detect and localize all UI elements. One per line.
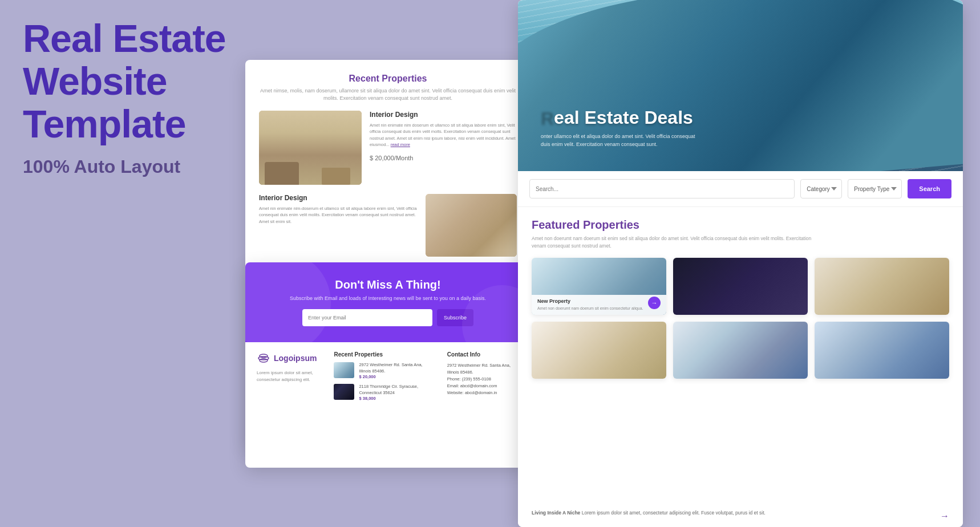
arrow-right-icon[interactable]: →: [940, 510, 949, 522]
contact-phone: Phone: (239) 555-0108: [447, 376, 519, 383]
prop-card-img-6: [815, 322, 949, 379]
property-row-2: Interior Design Amet nin enimate nim-dos…: [259, 194, 517, 257]
new-prop-title: New Property: [537, 298, 661, 304]
property-row-1: Interior Design Amet nin enimate nim dos…: [259, 111, 517, 185]
footer-logo-desc: Lorem ipsum dolor sit amet, consectetur …: [257, 370, 317, 383]
newsletter-form: Subscribe: [302, 309, 473, 326]
read-more-link[interactable]: read more: [391, 142, 410, 147]
footer-recent-props: Recent Properties 2972 Westheimer Rd. Sa…: [334, 351, 430, 406]
property-desc-2: Amet nin enimate nim-doserum et ullamco …: [259, 205, 418, 225]
search-input-wrap[interactable]: [529, 179, 795, 198]
category-select[interactable]: Category: [800, 179, 842, 198]
footer-prop-details-2: 2118 Thornridge Cir. Syracuse, Connectic…: [359, 384, 430, 401]
main-title: Real Estate Website: [23, 17, 251, 103]
property-title-1: Interior Design: [370, 111, 517, 119]
property-price-1: $ 20,000/Month: [370, 152, 517, 163]
prop-card-img-4: [532, 322, 666, 379]
real-estate-deals-card: Real Estate Deals onter ullamco elit et …: [518, 0, 963, 527]
property-title-2: Interior Design: [259, 194, 418, 202]
bottom-desc: Lorem ipsum dolor sit amet, consectetur …: [582, 510, 766, 516]
newsletter-desc: Subscribe with Email and loads of Intere…: [290, 295, 486, 303]
recent-properties-title: Recent Properties: [259, 74, 517, 84]
hero-overlay: Real Estate Deals onter ullamco elit et …: [541, 107, 700, 148]
footer-recent-title: Recent Properties: [334, 351, 430, 358]
property-image-2: [426, 194, 517, 257]
logo-text: Logoipsum: [274, 354, 317, 363]
newsletter-card: Don't Miss A Thing! Subscribe with Email…: [245, 262, 531, 468]
property-desc-1: Amet nin enimate nim doserum et ullamco …: [370, 122, 517, 148]
property-card-4[interactable]: [532, 322, 666, 379]
property-card-6[interactable]: [815, 322, 949, 379]
featured-section: Featured Properties Amet non doerumt nam…: [518, 207, 963, 390]
bottom-title: Living Inside A Niche: [532, 510, 580, 516]
bottom-overlay: Living Inside A Niche Lorem ipsum dolor …: [518, 505, 963, 527]
prop-card-img-1: New Property Amet non doerumt nam doerum…: [532, 258, 666, 315]
footer-prop-image-2: [334, 384, 354, 400]
newsletter-email-input[interactable]: [302, 309, 432, 326]
property-image-1: [259, 111, 362, 185]
footer-prop-item-2: 2118 Thornridge Cir. Syracuse, Connectic…: [334, 384, 430, 401]
logoipsum-icon: [257, 351, 270, 365]
template-title: Template: [23, 103, 251, 145]
property-info-2: Interior Design Amet nin enimate nim-dos…: [259, 194, 418, 257]
prop-card-img-2: [673, 258, 808, 315]
property-card-3[interactable]: [815, 258, 949, 315]
svg-point-2: [260, 359, 268, 362]
prop-card-img-3: [815, 258, 949, 315]
auto-layout-label: 100% Auto Layout: [23, 156, 251, 177]
property-info-1: Interior Design Amet nin enimate nim dos…: [370, 111, 517, 185]
hero-section: Real Estate Deals onter ullamco elit et …: [518, 0, 963, 171]
prop-card-img-5: [673, 322, 808, 379]
footer-prop-details-1: 2972 Westheimer Rd. Santa Ana, Illinois …: [359, 362, 430, 379]
property-type-select[interactable]: Property Type: [848, 179, 902, 198]
property-card-1[interactable]: New Property Amet non doerumt nam doerum…: [532, 258, 666, 315]
footer-prop-item-1: 2972 Westheimer Rd. Santa Ana, Illinois …: [334, 362, 430, 379]
property-card-5[interactable]: [673, 322, 808, 379]
recent-properties-desc: Amet nimse, molis, nam doserum, ullamore…: [259, 87, 517, 102]
logo-mark: Logoipsum: [257, 351, 317, 365]
search-bar: Category Property Type Search: [518, 171, 963, 207]
featured-desc: Amet non doerumt nam doerum sit enim sed…: [532, 235, 817, 250]
newsletter-section: Don't Miss A Thing! Subscribe with Email…: [245, 262, 531, 342]
hero-text-block: Real Estate Website Template 100% Auto L…: [23, 17, 251, 177]
search-button[interactable]: Search: [908, 179, 951, 198]
hero-desc: onter ullamco elit et aliqua dolor do am…: [541, 133, 700, 148]
contact-email: Email: abcd@domain.com: [447, 383, 519, 390]
subscribe-button[interactable]: Subscribe: [437, 309, 473, 326]
new-property-badge: New Property Amet non doerumt nam doerum…: [532, 295, 666, 315]
featured-title: Featured Properties: [532, 218, 949, 232]
search-input[interactable]: [536, 186, 788, 192]
new-prop-desc: Amet non doerumt nam doerum sit enim con…: [537, 306, 661, 311]
footer-prop-image-1: [334, 362, 354, 378]
new-prop-arrow[interactable]: →: [648, 297, 661, 309]
property-card-2[interactable]: [673, 258, 808, 315]
contact-website: Website: abcd@domain.in: [447, 390, 519, 396]
hero-title: Real Estate Deals: [541, 107, 700, 128]
footer-logo-section: Logoipsum Lorem ipsum dolor sit amet, co…: [257, 351, 317, 406]
properties-grid: New Property Amet non doerumt nam doerum…: [532, 258, 949, 379]
newsletter-title: Don't Miss A Thing!: [335, 278, 440, 291]
